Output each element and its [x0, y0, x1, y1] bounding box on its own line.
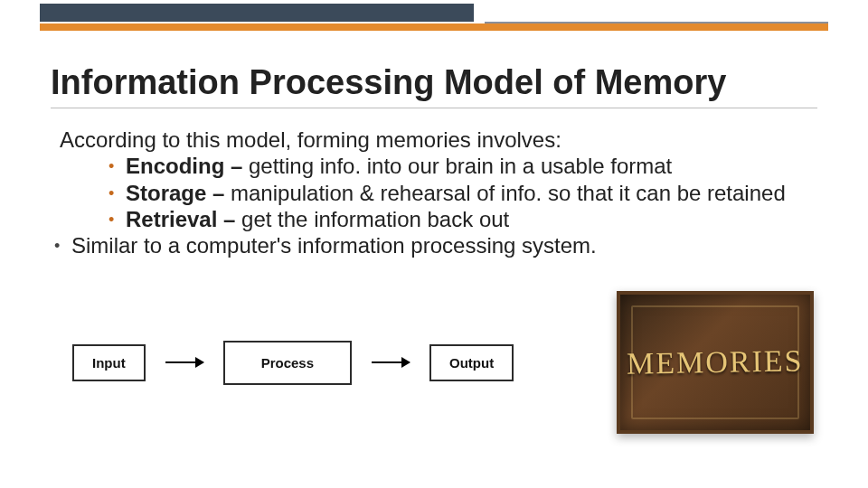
- bullet-dot-icon: •: [108, 157, 114, 175]
- bullet-retrieval: • Retrieval – get the information back o…: [54, 206, 814, 232]
- slide-title: Information Processing Model of Memory: [51, 63, 817, 108]
- flow-diagram: Input Process Output: [72, 341, 514, 385]
- header-bar-orange: [40, 23, 828, 31]
- bullet-sep: –: [224, 154, 249, 178]
- intro-text: According to this model, forming memorie…: [60, 127, 814, 153]
- memories-image-text: MEMORIES: [627, 343, 804, 380]
- header-bar-dark: [40, 4, 474, 22]
- bullet-term: Encoding: [126, 154, 224, 178]
- bullet-desc: Similar to a computer's information proc…: [71, 233, 597, 258]
- bullet-dot-icon: •: [54, 237, 60, 255]
- flow-box-input: Input: [72, 344, 146, 381]
- bullet-term: Retrieval: [126, 207, 217, 231]
- bullet-encoding: • Encoding – getting info. into our brai…: [54, 153, 814, 179]
- arrow-icon: [165, 361, 203, 363]
- flow-box-output: Output: [429, 344, 514, 381]
- bullet-dot-icon: •: [108, 184, 114, 202]
- slide-body: According to this model, forming memorie…: [54, 127, 814, 258]
- memories-image: MEMORIES: [617, 291, 814, 434]
- header-bar-right: [485, 4, 828, 23]
- bullet-desc: getting info. into our brain in a usable…: [249, 154, 672, 178]
- flow-box-process: Process: [223, 341, 352, 385]
- bullet-similar: • Similar to a computer's information pr…: [54, 232, 814, 258]
- diagram-row: Input Process Output MEMORIES: [72, 291, 814, 434]
- header-bars: [0, 0, 868, 34]
- bullet-dot-icon: •: [108, 211, 114, 229]
- bullet-term: Storage: [126, 181, 206, 205]
- arrow-icon: [372, 361, 410, 363]
- bullet-sep: –: [217, 207, 241, 231]
- bullet-desc: get the information back out: [241, 207, 509, 231]
- bullet-storage: • Storage – manipulation & rehearsal of …: [54, 180, 814, 206]
- bullet-sep: –: [206, 181, 231, 205]
- bullet-desc: manipulation & rehearsal of info. so tha…: [231, 181, 786, 205]
